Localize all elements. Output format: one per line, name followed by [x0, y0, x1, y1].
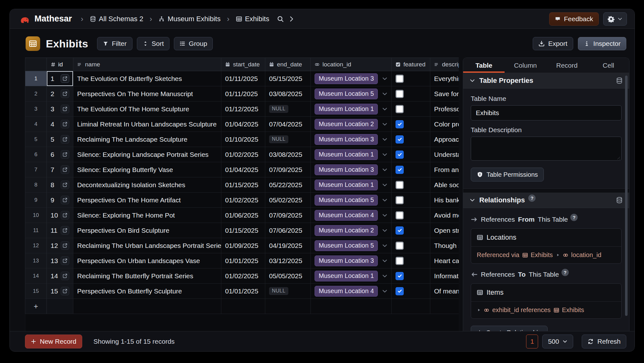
- cell-name[interactable]: Silence: Exploring Landscape Portrait Se…: [73, 147, 221, 162]
- tab-table[interactable]: Table: [463, 58, 505, 73]
- cell-id[interactable]: 11: [47, 223, 73, 238]
- cell-start-date[interactable]: 01/01/2025: [221, 253, 265, 268]
- cell-name[interactable]: Perspectives On Bird Sculpture: [73, 223, 221, 238]
- cell-id[interactable]: 13: [47, 253, 73, 268]
- cell-name[interactable]: The Evolution Of Butterfly Sketches: [73, 71, 221, 86]
- cell-location-id[interactable]: Museum Location 2: [311, 117, 392, 132]
- location-badge[interactable]: Museum Location 3: [315, 164, 378, 175]
- settings-button[interactable]: [603, 12, 627, 26]
- cell-location-id[interactable]: Museum Location 1: [311, 102, 392, 117]
- row-number[interactable]: 2: [25, 86, 47, 102]
- tab-column[interactable]: Column: [505, 58, 546, 73]
- cell-location-id[interactable]: Museum Location 2: [311, 223, 392, 238]
- location-badge[interactable]: Museum Location 5: [315, 240, 378, 251]
- cell-id[interactable]: 3: [47, 102, 73, 117]
- cell-location-id[interactable]: Museum Location 4: [311, 208, 392, 223]
- inspector-scrollbar[interactable]: [625, 76, 628, 316]
- cell-start-date[interactable]: 01/04/2025: [221, 162, 265, 177]
- cell-featured[interactable]: [392, 253, 430, 268]
- cell-description[interactable]: Save for p: [430, 86, 459, 102]
- table-description-input[interactable]: [471, 137, 622, 161]
- cell-location-id[interactable]: Museum Location 5: [311, 238, 392, 253]
- chevron-down-icon[interactable]: [382, 137, 388, 142]
- breadcrumb-table[interactable]: Exhibits: [236, 15, 269, 23]
- cell-description[interactable]: From and: [430, 162, 459, 177]
- cell-end-date[interactable]: 07/06/2025: [265, 223, 311, 238]
- cell-name[interactable]: Perspectives On Urban Landscapes Vase: [73, 253, 221, 268]
- featured-checkbox[interactable]: [396, 135, 404, 144]
- cell-id[interactable]: 15: [47, 284, 73, 299]
- cell-location-id[interactable]: Museum Location 5: [311, 86, 392, 102]
- column-header-featured[interactable]: featured: [392, 58, 430, 71]
- cell-location-id[interactable]: Museum Location 1: [311, 177, 392, 193]
- cell-description[interactable]: Professo: [430, 102, 459, 117]
- featured-checkbox[interactable]: [396, 287, 404, 295]
- location-badge[interactable]: Museum Location 2: [315, 225, 378, 236]
- column-header-id[interactable]: id: [47, 58, 73, 71]
- cell-start-date[interactable]: 01/11/2025: [221, 86, 265, 102]
- cell-end-date[interactable]: NULL: [265, 102, 311, 117]
- cell-end-date[interactable]: NULL: [265, 284, 311, 299]
- cell-start-date[interactable]: 01/15/2025: [221, 177, 265, 193]
- cell-end-date[interactable]: 05/15/2025: [265, 71, 311, 86]
- add-record-row[interactable]: +: [25, 299, 459, 314]
- logo-text[interactable]: Mathesar: [34, 14, 72, 24]
- relationships-header[interactable]: Relationships ?: [463, 193, 629, 208]
- location-badge[interactable]: Museum Location 5: [315, 89, 378, 99]
- featured-checkbox[interactable]: [396, 120, 404, 128]
- cell-id[interactable]: 7: [47, 162, 73, 177]
- tab-cell[interactable]: Cell: [588, 58, 629, 73]
- cell-location-id[interactable]: Museum Location 5: [311, 193, 392, 208]
- help-icon[interactable]: ?: [561, 269, 569, 276]
- row-number[interactable]: 1: [25, 71, 47, 86]
- open-record-icon[interactable]: [61, 89, 69, 98]
- cell-id[interactable]: 9: [47, 193, 73, 208]
- page-size-select[interactable]: 500: [542, 335, 573, 348]
- cell-description[interactable]: Everythin: [430, 71, 459, 86]
- cell-id[interactable]: 1: [47, 71, 73, 86]
- cell-featured[interactable]: [392, 132, 430, 147]
- cell-name[interactable]: Perspectives On The Home Manuscript: [73, 86, 221, 102]
- mathesar-logo-icon[interactable]: [20, 13, 31, 25]
- cell-start-date[interactable]: 01/10/2025: [221, 132, 265, 147]
- featured-checkbox[interactable]: [396, 181, 404, 189]
- column-header-name[interactable]: name: [73, 58, 221, 71]
- cell-featured[interactable]: [392, 193, 430, 208]
- help-icon[interactable]: ?: [570, 214, 578, 221]
- help-icon[interactable]: ?: [528, 194, 536, 202]
- column-header-location-id[interactable]: location_id: [311, 58, 392, 71]
- export-button[interactable]: Export: [533, 37, 573, 50]
- cell-id[interactable]: 5: [47, 132, 73, 147]
- cell-description[interactable]: Able soo: [430, 177, 459, 193]
- cell-description[interactable]: Avoid me: [430, 208, 459, 223]
- cell-description[interactable]: Understa: [430, 147, 459, 162]
- cell-start-date[interactable]: 01/02/2025: [221, 147, 265, 162]
- location-badge[interactable]: Museum Location 3: [315, 255, 378, 266]
- chevron-down-icon[interactable]: [382, 228, 388, 233]
- cell-featured[interactable]: [392, 102, 430, 117]
- cell-id[interactable]: 4: [47, 117, 73, 132]
- featured-checkbox[interactable]: [396, 242, 404, 250]
- cell-name[interactable]: Silence: Exploring Butterfly Vase: [73, 162, 221, 177]
- chevron-down-icon[interactable]: [382, 182, 388, 188]
- chevron-down-icon[interactable]: [382, 212, 388, 218]
- cell-start-date[interactable]: 01/02/2025: [221, 268, 265, 284]
- cell-start-date[interactable]: 01/11/2025: [221, 71, 265, 86]
- cell-description[interactable]: Color pro: [430, 117, 459, 132]
- location-badge[interactable]: Museum Location 5: [315, 195, 378, 206]
- open-record-icon[interactable]: [61, 181, 69, 189]
- row-number-header[interactable]: [25, 58, 47, 71]
- featured-checkbox[interactable]: [396, 75, 404, 83]
- cell-description[interactable]: Of mean: [430, 284, 459, 299]
- cell-id[interactable]: 10: [47, 208, 73, 223]
- featured-checkbox[interactable]: [396, 257, 404, 265]
- cell-name[interactable]: Perspectives On The Home Artifact: [73, 193, 221, 208]
- location-badge[interactable]: Museum Location 1: [315, 180, 378, 190]
- create-relationship-button[interactable]: Create Relationship: [471, 326, 548, 331]
- refresh-button[interactable]: Refresh: [582, 335, 626, 348]
- table-name-input[interactable]: [471, 105, 622, 120]
- chevron-down-icon[interactable]: [382, 152, 388, 157]
- cell-description[interactable]: Approach: [430, 132, 459, 147]
- chevron-down-icon[interactable]: [382, 121, 388, 127]
- cell-start-date[interactable]: 01/12/2025: [221, 102, 265, 117]
